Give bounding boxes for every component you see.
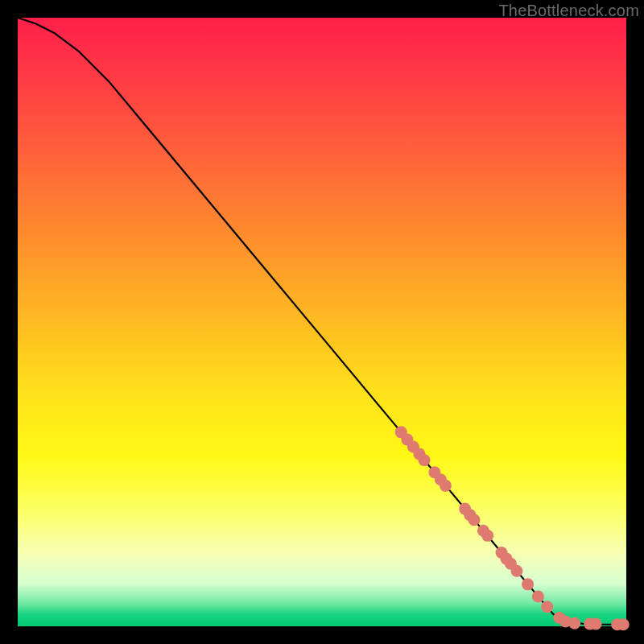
data-marker (510, 565, 522, 577)
data-marker (568, 617, 580, 630)
bottleneck-curve (18, 18, 626, 625)
data-marker (440, 480, 452, 492)
data-marker (617, 618, 630, 630)
data-marker (481, 530, 493, 542)
data-marker (541, 601, 553, 613)
data-marker (419, 454, 431, 466)
data-marker (532, 590, 544, 602)
curve-svg (18, 18, 626, 626)
data-marker (469, 514, 481, 526)
marker-layer (395, 426, 630, 630)
chart-frame: TheBottleneck.com (0, 0, 644, 644)
plot-area (18, 18, 626, 626)
data-marker (590, 617, 602, 630)
data-marker (522, 578, 534, 590)
